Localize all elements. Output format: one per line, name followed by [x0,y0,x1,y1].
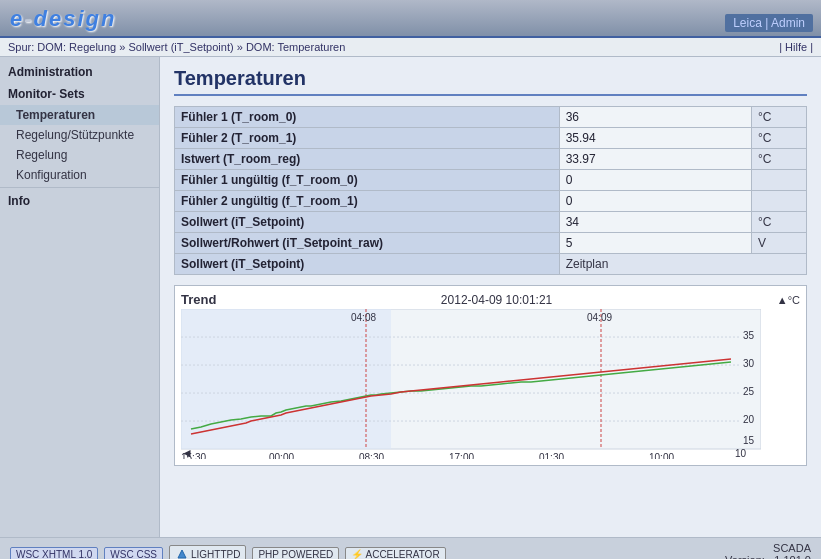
value-input[interactable] [566,110,745,124]
value-input[interactable] [566,173,745,187]
table-row: Sollwert/Rohwert (iT_Setpoint_raw)V [175,233,807,254]
row-unit [752,191,807,212]
chart-container: Trend 2012-04-09 10:01:21 ▲°C [174,285,807,466]
table-row: Sollwert (iT_Setpoint)Zeitplan [175,254,807,275]
value-input[interactable] [566,215,745,229]
breadcrumb-current: DOM: Temperaturen [246,41,345,53]
sidebar-item-regelung[interactable]: Regelung [0,145,159,165]
sidebar: Administration Monitor- Sets Temperature… [0,57,160,537]
value-input[interactable] [566,152,745,166]
svg-text:30: 30 [743,358,755,369]
row-unit: V [752,233,807,254]
svg-text:17:00: 17:00 [449,452,474,459]
table-row: Fühler 1 ungültig (f_T_room_0) [175,170,807,191]
chart-header: Trend 2012-04-09 10:01:21 ▲°C [181,292,800,307]
user-info: Leica | Admin [725,14,813,32]
version-info: SCADA Version: ~1.101.0 [725,542,811,559]
row-value [559,170,751,191]
breadcrumb-link-1[interactable]: Spur: DOM: Regelung [8,41,116,53]
chart-svg: 35 30 25 20 15 10 04:08 04:09 15:30 00:0… [181,309,761,459]
svg-text:15: 15 [743,435,755,446]
row-label: Fühler 1 ungültig (f_T_room_0) [175,170,560,191]
row-unit: °C [752,128,807,149]
chart-datetime: 2012-04-09 10:01:21 [441,293,552,307]
breadcrumb-link-2[interactable]: Sollwert (iT_Setpoint) [128,41,233,53]
footer: WSC XHTML 1.0 WSC CSS LIGHTTPD PHP POWER… [0,537,821,559]
row-label: Sollwert/Rohwert (iT_Setpoint_raw) [175,233,560,254]
row-text-value: Zeitplan [559,254,806,275]
lighttpd-icon [175,547,189,559]
user-label: Leica [733,16,762,30]
svg-text:20: 20 [743,414,755,425]
row-value [559,128,751,149]
svg-text:10:00: 10:00 [649,452,674,459]
row-unit [752,170,807,191]
row-value [559,233,751,254]
svg-text:08:30: 08:30 [359,452,384,459]
chart-unit: ▲°C [777,294,800,306]
badge-php: PHP POWERED [252,547,339,560]
content-area: Temperaturen Fühler 1 (T_room_0)°CFühler… [160,57,821,537]
svg-text:10: 10 [735,448,747,459]
sidebar-section-monitor: Monitor- Sets [0,83,159,105]
svg-text:35: 35 [743,330,755,341]
svg-text:04:09: 04:09 [587,312,612,323]
svg-text:◄: ◄ [181,446,193,459]
row-label: Fühler 2 (T_room_1) [175,128,560,149]
row-label: Fühler 1 (T_room_0) [175,107,560,128]
breadcrumb-text: Spur: DOM: Regelung » Sollwert (iT_Setpo… [8,41,345,53]
logo: e-design [0,6,116,32]
sidebar-item-temperaturen[interactable]: Temperaturen [0,105,159,125]
row-value [559,212,751,233]
table-row: Istwert (T_room_reg)°C [175,149,807,170]
badge-xhtml: WSC XHTML 1.0 [10,547,98,560]
badge-css: WSC CSS [104,547,163,560]
table-row: Fühler 1 (T_room_0)°C [175,107,807,128]
row-label: Fühler 2 ungültig (f_T_room_1) [175,191,560,212]
table-row: Fühler 2 ungültig (f_T_room_1) [175,191,807,212]
row-value [559,107,751,128]
page-title: Temperaturen [174,67,807,96]
footer-badges: WSC XHTML 1.0 WSC CSS LIGHTTPD PHP POWER… [10,545,446,559]
chart-svg-wrapper: 35 30 25 20 15 10 04:08 04:09 15:30 00:0… [181,309,800,459]
chart-title: Trend [181,292,216,307]
sidebar-section-info: Info [0,190,159,212]
row-value [559,191,751,212]
row-unit: °C [752,107,807,128]
table-row: Sollwert (iT_Setpoint)°C [175,212,807,233]
row-label: Sollwert (iT_Setpoint) [175,254,560,275]
sidebar-section-administration: Administration [0,61,159,83]
data-table: Fühler 1 (T_room_0)°CFühler 2 (T_room_1)… [174,106,807,275]
scada-label: SCADA [725,542,811,554]
svg-marker-23 [178,550,186,558]
row-label: Istwert (T_room_reg) [175,149,560,170]
svg-text:04:08: 04:08 [351,312,376,323]
row-label: Sollwert (iT_Setpoint) [175,212,560,233]
help-text[interactable]: | Hilfe | [779,41,813,53]
breadcrumb: Spur: DOM: Regelung » Sollwert (iT_Setpo… [0,38,821,57]
sidebar-item-regelung-stutzpunkte[interactable]: Regelung/Stützpunkte [0,125,159,145]
row-unit: °C [752,149,807,170]
value-input[interactable] [566,194,745,208]
svg-text:00:00: 00:00 [269,452,294,459]
row-value [559,149,751,170]
sidebar-divider [0,187,159,188]
breadcrumb-sep-2: » [237,41,246,53]
badge-accelerator: ⚡ ACCELERATOR [345,547,445,560]
svg-rect-1 [181,309,391,449]
table-row: Fühler 2 (T_room_1)°C [175,128,807,149]
version-text: Version: ~1.101.0 [725,554,811,559]
value-input[interactable] [566,131,745,145]
sidebar-item-konfiguration[interactable]: Konfiguration [0,165,159,185]
svg-text:25: 25 [743,386,755,397]
svg-text:01:30: 01:30 [539,452,564,459]
value-input[interactable] [566,236,745,250]
admin-label: Admin [771,16,805,30]
header: e-design Leica | Admin [0,0,821,38]
main-layout: Administration Monitor- Sets Temperature… [0,57,821,537]
row-unit: °C [752,212,807,233]
badge-lighttpd: LIGHTTPD [169,545,246,559]
